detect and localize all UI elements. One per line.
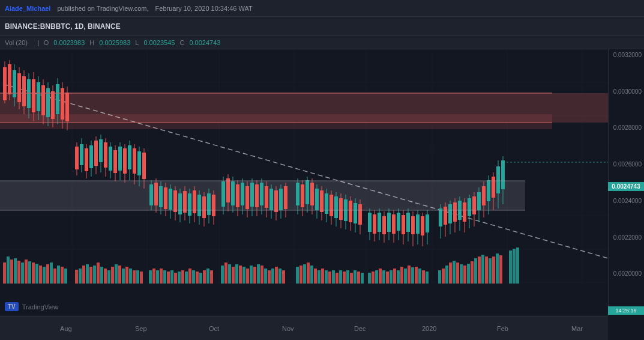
svg-rect-233 bbox=[202, 196, 206, 218]
svg-rect-25 bbox=[14, 258, 17, 284]
svg-rect-23 bbox=[7, 257, 10, 284]
svg-rect-279 bbox=[325, 193, 328, 214]
svg-rect-33 bbox=[43, 267, 46, 284]
svg-rect-249 bbox=[245, 186, 249, 209]
svg-rect-163 bbox=[27, 79, 31, 108]
svg-rect-89 bbox=[264, 269, 267, 284]
svg-rect-51 bbox=[115, 264, 118, 284]
svg-rect-127 bbox=[415, 267, 418, 284]
svg-rect-241 bbox=[226, 178, 230, 202]
svg-rect-149 bbox=[509, 250, 512, 284]
svg-rect-37 bbox=[57, 266, 60, 284]
ohlc-bar: Vol (20) | O 0.0023983 H 0.0025983 L 0.0… bbox=[0, 36, 644, 49]
svg-rect-337 bbox=[477, 192, 481, 210]
time-axis: Aug Sep Oct Nov Dec 2020 Feb Mar bbox=[0, 316, 608, 340]
svg-rect-67 bbox=[178, 272, 181, 284]
svg-rect-102 bbox=[321, 269, 324, 284]
svg-rect-122 bbox=[397, 270, 400, 284]
svg-rect-50 bbox=[111, 267, 114, 284]
svg-rect-66 bbox=[174, 273, 177, 284]
svg-rect-98 bbox=[307, 263, 310, 284]
svg-rect-313 bbox=[411, 216, 415, 234]
svg-rect-319 bbox=[426, 214, 429, 232]
svg-rect-74 bbox=[203, 270, 206, 284]
svg-rect-195 bbox=[109, 147, 112, 171]
svg-rect-345 bbox=[496, 166, 500, 193]
svg-rect-193 bbox=[104, 142, 107, 168]
svg-rect-225 bbox=[183, 191, 187, 213]
svg-rect-251 bbox=[250, 183, 254, 207]
svg-rect-159 bbox=[17, 73, 21, 102]
svg-rect-191 bbox=[99, 139, 103, 162]
svg-rect-30 bbox=[32, 263, 35, 284]
svg-rect-321 bbox=[439, 208, 442, 226]
svg-rect-38 bbox=[61, 267, 64, 284]
svg-rect-221 bbox=[173, 190, 177, 212]
price-label-0022: 0.0022000 bbox=[611, 234, 642, 241]
svg-rect-217 bbox=[164, 187, 167, 209]
time-label-sep: Sep bbox=[135, 325, 147, 332]
svg-rect-64 bbox=[167, 272, 170, 284]
svg-rect-53 bbox=[122, 269, 125, 284]
time-label-mar: Mar bbox=[571, 325, 583, 332]
svg-rect-265 bbox=[284, 186, 287, 209]
time-label-dec: Dec bbox=[354, 325, 366, 332]
svg-rect-128 bbox=[418, 269, 421, 284]
svg-rect-78 bbox=[224, 263, 227, 284]
svg-rect-96 bbox=[299, 266, 302, 284]
svg-rect-283 bbox=[334, 196, 338, 218]
volume-label: Vol (20) bbox=[5, 39, 28, 46]
svg-rect-119 bbox=[386, 272, 389, 284]
svg-rect-131 bbox=[438, 270, 441, 284]
svg-rect-42 bbox=[82, 266, 85, 284]
svg-rect-171 bbox=[46, 88, 50, 117]
svg-rect-62 bbox=[160, 269, 163, 284]
svg-rect-169 bbox=[41, 85, 45, 115]
svg-rect-36 bbox=[53, 269, 56, 284]
svg-rect-111 bbox=[354, 270, 357, 284]
svg-rect-126 bbox=[411, 267, 414, 284]
time-label-aug: Aug bbox=[60, 325, 72, 332]
svg-rect-113 bbox=[361, 273, 364, 284]
svg-rect-269 bbox=[301, 184, 304, 207]
svg-rect-183 bbox=[80, 144, 83, 165]
svg-rect-60 bbox=[152, 269, 155, 284]
svg-rect-99 bbox=[310, 266, 313, 284]
price-label-0030: 0.0030000 bbox=[611, 88, 642, 95]
svg-rect-76 bbox=[210, 270, 213, 284]
author-name: Alade_Michael bbox=[5, 5, 50, 12]
svg-rect-259 bbox=[269, 189, 273, 210]
watermark: TV TradingView bbox=[5, 302, 58, 311]
svg-rect-39 bbox=[64, 269, 67, 284]
svg-rect-263 bbox=[279, 189, 283, 210]
svg-rect-273 bbox=[310, 183, 314, 205]
svg-rect-69 bbox=[185, 272, 188, 284]
svg-rect-117 bbox=[379, 269, 382, 284]
svg-rect-203 bbox=[128, 145, 131, 169]
svg-rect-114 bbox=[368, 273, 371, 284]
svg-rect-227 bbox=[188, 193, 191, 216]
svg-rect-146 bbox=[492, 257, 495, 284]
svg-rect-133 bbox=[445, 266, 448, 284]
svg-rect-299 bbox=[378, 213, 381, 232]
header-platform: published on TradingView.com, bbox=[57, 5, 148, 12]
svg-rect-137 bbox=[460, 264, 463, 284]
svg-rect-49 bbox=[107, 270, 110, 284]
svg-rect-107 bbox=[339, 270, 342, 284]
svg-rect-45 bbox=[93, 266, 96, 284]
svg-rect-175 bbox=[56, 84, 59, 114]
svg-rect-235 bbox=[207, 193, 211, 215]
svg-rect-267 bbox=[296, 183, 299, 205]
svg-rect-138 bbox=[463, 266, 466, 284]
svg-rect-55 bbox=[129, 269, 132, 284]
svg-rect-199 bbox=[118, 147, 122, 171]
svg-rect-153 bbox=[3, 67, 7, 100]
svg-rect-125 bbox=[408, 266, 411, 284]
svg-rect-65 bbox=[170, 270, 173, 284]
svg-rect-59 bbox=[149, 270, 152, 284]
svg-rect-46 bbox=[97, 263, 100, 284]
svg-rect-115 bbox=[372, 272, 375, 284]
ohlc-close: 0.0024743 bbox=[189, 39, 220, 46]
svg-rect-239 bbox=[221, 181, 225, 207]
svg-rect-73 bbox=[199, 273, 202, 284]
